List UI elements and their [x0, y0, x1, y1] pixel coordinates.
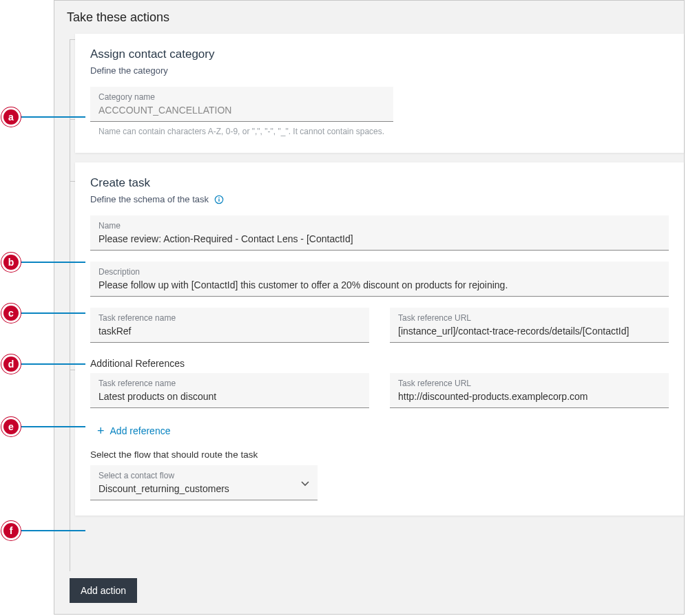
task-ref-url-input[interactable]	[398, 324, 661, 338]
create-task-card: Create task Define the schema of the tas…	[75, 162, 684, 516]
task-desc-label: Description	[98, 267, 661, 277]
info-icon[interactable]	[214, 195, 224, 204]
add-reference-button[interactable]: + Add reference	[97, 425, 170, 437]
additional-references-title: Additional References	[90, 358, 669, 369]
category-name-input[interactable]	[98, 103, 385, 117]
addl-ref-name-input[interactable]	[98, 390, 361, 403]
task-ref-name-input[interactable]	[98, 324, 361, 338]
category-name-hint: Name can contain characters A-Z, 0-9, or…	[90, 122, 393, 138]
task-ref-url-field[interactable]: Task reference URL	[390, 308, 669, 343]
addl-ref-url-input[interactable]	[398, 390, 661, 403]
callout-d: d	[1, 354, 21, 374]
add-reference-label: Add reference	[110, 425, 171, 436]
callout-e: e	[1, 417, 21, 436]
task-subtitle: Define the schema of the task	[90, 194, 669, 205]
contact-flow-value: Discount_returning_customers	[98, 482, 309, 496]
tree-rail	[70, 39, 75, 571]
callout-e-line	[21, 426, 85, 427]
task-desc-field[interactable]: Description	[90, 262, 669, 297]
callout-c-line	[21, 312, 85, 314]
callout-b: b	[1, 253, 21, 272]
task-ref-name-field[interactable]: Task reference name	[90, 308, 369, 343]
chevron-down-icon	[301, 477, 309, 489]
task-ref-url-label: Task reference URL	[398, 313, 661, 323]
contact-flow-select[interactable]: Select a contact flow Discount_returning…	[90, 465, 318, 500]
assign-category-card: Assign contact category Define the categ…	[75, 34, 684, 153]
callout-a: a	[1, 107, 21, 127]
svg-rect-1	[218, 199, 219, 202]
add-action-button[interactable]: Add action	[70, 578, 137, 603]
addl-ref-url-field[interactable]: Task reference URL	[390, 373, 669, 408]
addl-ref-url-label: Task reference URL	[398, 379, 661, 388]
plus-icon: +	[97, 425, 105, 437]
callout-c: c	[1, 304, 21, 323]
assign-title: Assign contact category	[90, 47, 669, 61]
task-ref-name-label: Task reference name	[98, 313, 361, 323]
callout-f: f	[1, 521, 21, 540]
task-name-input[interactable]	[98, 232, 661, 246]
task-title: Create task	[90, 176, 669, 190]
category-name-label: Category name	[98, 92, 385, 102]
callout-b-line	[21, 262, 85, 263]
assign-subtitle: Define the category	[90, 65, 669, 76]
task-name-field[interactable]: Name	[90, 215, 669, 251]
page-title: Take these actions	[54, 1, 684, 30]
category-name-field[interactable]: Category name	[90, 87, 393, 122]
addl-ref-name-label: Task reference name	[98, 379, 361, 388]
task-name-label: Name	[98, 221, 661, 231]
content-column: Assign contact category Define the categ…	[70, 34, 684, 571]
svg-rect-2	[218, 198, 219, 198]
task-desc-input[interactable]	[98, 278, 661, 292]
callout-d-line	[21, 363, 85, 365]
contact-flow-label: Select a contact flow	[98, 471, 309, 480]
flow-caption: Select the flow that should route the ta…	[90, 449, 669, 460]
callout-a-line	[21, 116, 85, 118]
addl-ref-name-field[interactable]: Task reference name	[90, 373, 369, 408]
callout-f-line	[21, 530, 85, 531]
actions-panel: Take these actions Assign contact catego…	[54, 0, 685, 615]
